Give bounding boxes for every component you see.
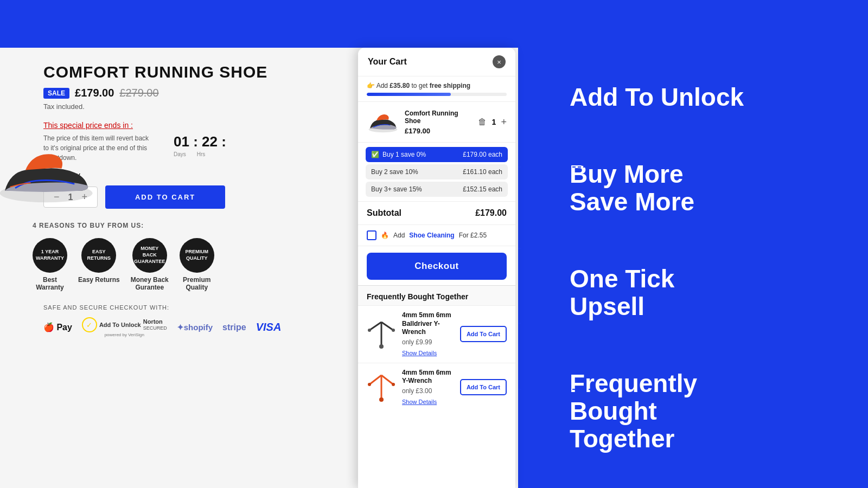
- payment-logos-row: 🍎 Pay ✓ Add To Unlock Norton SECURED pow…: [43, 317, 358, 337]
- add-to-cart-button[interactable]: ADD TO CART: [105, 185, 225, 209]
- fbt-item-2-add-button[interactable]: Add To Cart: [460, 379, 507, 395]
- reason-returns-circle-text: EASYRETURNS: [87, 249, 111, 261]
- shipping-progress-bar-container: [367, 93, 507, 96]
- cart-item-qty-control: 🗑 1 +: [478, 117, 507, 128]
- reason-moneyback-circle-text: MONEY BACKGUARANTEE: [134, 246, 165, 265]
- price-original: £279.00: [119, 87, 158, 99]
- fbt-header: Frequently Bought Together: [358, 285, 515, 305]
- product-title: COMFORT RUNNING SHOE: [43, 63, 358, 81]
- subtotal-amount: £179.00: [475, 208, 507, 218]
- fbt-item-1-info: 4mm 5mm 6mm Balldriver Y-Wrench only £9.…: [402, 311, 455, 357]
- top-bar: [0, 0, 868, 48]
- annotation-label-1: Add To Unlock: [570, 84, 825, 111]
- svg-point-21: [392, 383, 395, 386]
- subtotal-row: Subtotal £179.00: [358, 202, 515, 225]
- countdown-hrs-label: Hrs: [197, 151, 206, 157]
- reason-quality-label: PremiumQuality: [183, 276, 210, 291]
- upsell-fire-icon: 🔥: [381, 232, 389, 239]
- cart-item-image: [367, 108, 399, 136]
- cart-close-button[interactable]: ×: [493, 55, 506, 68]
- svg-point-14: [368, 329, 371, 332]
- cart-header: Your Cart ×: [358, 48, 515, 76]
- cart-title: Your Cart: [368, 57, 407, 67]
- fbt-item-2-show-details-button[interactable]: Show Details: [402, 399, 437, 405]
- svg-line-18: [381, 375, 393, 384]
- shipping-bold: free shipping: [430, 82, 470, 89]
- reason-returns: EASYRETURNS Easy Returns: [78, 238, 120, 284]
- applepay-logo: 🍎 Pay: [43, 322, 72, 332]
- fbt-item-2: 4mm 5mm 6mm Y-Wrench only £3.00 Show Det…: [358, 363, 515, 412]
- cart-item: Comfort Running Shoe £179.00 🗑 1 +: [358, 102, 515, 143]
- cart-item-info: Comfort Running Shoe £179.00: [405, 110, 473, 135]
- fbt-section: Frequently Bought Together 4mm 5mm 6mm B…: [358, 285, 515, 412]
- volume-row-1[interactable]: ✅ Buy 1 save 0% £179.00 each: [366, 147, 508, 162]
- fbt-item-2-image: [367, 373, 397, 402]
- upsell-checkbox[interactable]: [367, 230, 376, 240]
- volume-row-3-label: Buy 3+ save 15%: [371, 185, 463, 193]
- cart-item-name: Comfort Running Shoe: [405, 110, 473, 125]
- svg-line-12: [381, 322, 393, 330]
- svg-point-13: [379, 344, 384, 349]
- subtotal-label: Subtotal: [367, 208, 401, 218]
- svg-line-17: [369, 375, 381, 384]
- fbt-item-1-show-details-button[interactable]: Show Details: [402, 350, 437, 356]
- volume-row-2[interactable]: Buy 2 save 10% £161.10 each: [366, 164, 508, 179]
- sale-badge: SALE: [43, 88, 69, 99]
- shipping-banner: 👉 Add £35.80 to get free shipping: [358, 76, 515, 102]
- reason-quality: PREMIUMQUALITY PremiumQuality: [180, 238, 214, 291]
- annotation-label-2: Buy MoreSave More: [570, 160, 825, 215]
- cart-item-price: £179.00: [405, 127, 473, 135]
- reason-moneyback-label: Money BackGurantee: [131, 276, 169, 291]
- fbt-item-2-price: only £3.00: [402, 387, 455, 395]
- annotation-label-3: One TickUpsell: [570, 265, 825, 320]
- fbt-item-1-image: [367, 319, 397, 349]
- checkout-button[interactable]: Checkout: [367, 253, 507, 280]
- svg-point-15: [392, 329, 395, 332]
- special-price-link[interactable]: This special price ends in :: [43, 121, 133, 130]
- stripe-logo: stripe: [222, 323, 246, 332]
- annotation-label-4: FrequentlyBoughtTogether: [570, 370, 825, 452]
- upsell-text: Add: [393, 232, 405, 239]
- cart-panel: Your Cart × 👉 Add £35.80 to get free shi…: [358, 48, 515, 488]
- fbt-item-2-name: 4mm 5mm 6mm Y-Wrench: [402, 369, 455, 386]
- svg-point-20: [368, 383, 371, 386]
- svg-line-11: [369, 322, 381, 330]
- volume-row-1-price: £179.00 each: [463, 151, 502, 158]
- countdown-timer: 01 : 22 :: [174, 133, 226, 150]
- secure-title: SAFE AND SECURE CHECKOUT WITH:: [43, 304, 358, 311]
- price-row: SALE £179.00 £279.00: [43, 87, 358, 99]
- svg-point-19: [379, 397, 384, 402]
- shipping-suffix: to get: [411, 82, 429, 89]
- right-annotation-area: Add To Unlock Buy MoreSave More One Tick…: [526, 48, 868, 488]
- reason-warranty-circle-text: 1 YEARWARRANTY: [36, 249, 64, 261]
- cart-item-remove-button[interactable]: 🗑: [478, 117, 487, 127]
- reason-moneyback: MONEY BACKGUARANTEE Money BackGurantee: [131, 238, 169, 291]
- norton-badge: ✓ Add To Unlock Norton SECURED powered b…: [82, 317, 167, 337]
- shipping-emoji: 👉: [367, 82, 375, 89]
- volume-check-icon: ✅: [371, 151, 379, 158]
- fbt-item-1: 4mm 5mm 6mm Balldriver Y-Wrench only £9.…: [358, 305, 515, 363]
- visa-logo: VISA: [256, 321, 282, 333]
- volume-row-1-label: Buy 1 save 0%: [382, 151, 463, 158]
- reason-warranty: 1 YEARWARRANTY BestWarranty: [33, 238, 67, 291]
- fbt-item-1-name: 4mm 5mm 6mm Balldriver Y-Wrench: [402, 311, 455, 337]
- cart-item-qty-value: 1: [490, 118, 497, 126]
- countdown-days-label: Days: [174, 151, 186, 157]
- upsell-price: For £2.55: [459, 232, 487, 239]
- shipping-amount: £35.80: [390, 82, 410, 89]
- volume-row-3[interactable]: Buy 3+ save 15% £152.15 each: [366, 182, 508, 197]
- product-image: [0, 140, 98, 221]
- upsell-product-link[interactable]: Shoe Cleaning: [409, 232, 454, 239]
- volume-row-3-price: £152.15 each: [463, 185, 502, 193]
- volume-row-2-price: £161.10 each: [463, 168, 502, 176]
- tax-text: Tax included.: [43, 102, 358, 111]
- reason-quality-circle-text: PREMIUMQUALITY: [185, 249, 208, 261]
- reasons-title: 4 REASONS TO BUY FROM US:: [33, 222, 358, 229]
- reason-warranty-label: BestWarranty: [36, 276, 64, 291]
- reason-returns-label: Easy Returns: [78, 276, 120, 284]
- product-page: COMFORT RUNNING SHOE SALE £179.00 £279.0…: [0, 48, 358, 488]
- fbt-item-1-price: only £9.99: [402, 338, 455, 346]
- fbt-item-1-add-button[interactable]: Add To Cart: [460, 326, 507, 342]
- shipping-progress-bar: [367, 93, 451, 96]
- cart-item-increase-button[interactable]: +: [501, 117, 507, 128]
